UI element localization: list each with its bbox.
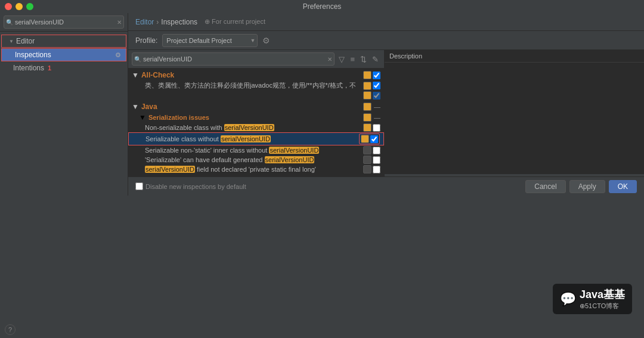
sidebar-item-inspections[interactable]: Inspections ⚙ [1, 48, 126, 61]
field-not-declared-controls [363, 165, 380, 173]
insp-search-icon: 🔍 [134, 56, 141, 63]
allcheck-row1-swatch [363, 82, 371, 90]
nonserialization-text: Non-serializable class with serialVersio… [145, 124, 361, 131]
field-not-declared-text: serialVersionUID field not declared 'pri… [145, 166, 361, 173]
allcheck-row1-checkbox[interactable] [373, 82, 380, 89]
main-container: 🔍 ✕ ▼ Editor Inspections ⚙ [0, 13, 644, 196]
serialization-expand-icon: ▼ [139, 113, 146, 122]
insp-search-wrapper: 🔍 ✕ [132, 52, 335, 66]
field-not-declared-checkbox[interactable] [373, 166, 380, 173]
allcheck-checkbox[interactable] [373, 72, 380, 79]
subgroup-serialization[interactable]: ▼ Serialization issues — [128, 112, 384, 123]
cancel-button[interactable]: Cancel [525, 180, 565, 193]
sidebar-item-inspections-label: Inspections [15, 51, 51, 59]
default-generated-checkbox[interactable] [373, 156, 380, 164]
disable-inspections-text: Disable new inspections by default [145, 183, 246, 190]
profile-gear-icon[interactable]: ⚙ [262, 36, 270, 45]
allcheck-row1-text: 类、类属性、类方法的注释必须使用javadoc规范，使用/**内容*/格式，不 [145, 81, 361, 90]
allcheck-row1-controls [363, 82, 380, 90]
nonserialization-checkbox[interactable] [373, 124, 380, 132]
help-button[interactable]: ? [5, 324, 16, 335]
serializable-without-text: Serializable class without serialVersion… [145, 135, 357, 142]
insp-tree: ▼ All-Check 类、类属性、类方法的注释必须使用javadoc规范，使用… [128, 69, 384, 176]
insp-search-input[interactable] [132, 52, 335, 66]
highlight-serialVersionUID-5: serialVersionUID [145, 166, 195, 173]
sidebar-item-intentions[interactable]: Intentions 1 [0, 62, 128, 74]
disable-inspections-checkbox[interactable] [135, 182, 143, 190]
description-panel: Description [385, 50, 644, 176]
traffic-lights [5, 3, 33, 10]
java-group-label: Java [141, 103, 157, 111]
nonserialization-controls [363, 123, 380, 132]
nonstatic-swatch [363, 146, 371, 154]
window-title: Preferences [303, 2, 342, 11]
insp-search-bar: 🔍 ✕ ▽ ≡ ⇅ ✎ [128, 50, 384, 69]
close-button[interactable] [5, 3, 12, 10]
tree-row-allcheck-1[interactable]: 类、类属性、类方法的注释必须使用javadoc规范，使用/**内容*/格式，不 [128, 80, 384, 91]
insp-search-clear-icon[interactable]: ✕ [327, 56, 332, 63]
insp-expand-icon[interactable]: ≡ [348, 54, 357, 65]
sidebar-item-editor[interactable]: ▼ Editor [1, 35, 126, 48]
apply-button[interactable]: Apply [569, 180, 605, 193]
default-generated-controls [363, 156, 380, 164]
minimize-button[interactable] [16, 3, 23, 10]
sidebar-item-settings-icon[interactable]: ⚙ [115, 51, 121, 59]
breadcrumb-editor[interactable]: Editor [135, 18, 154, 26]
default-generated-swatch [363, 156, 371, 164]
allcheck-controls [363, 71, 380, 79]
breadcrumb-project-link[interactable]: ⊕ For current project [205, 18, 265, 26]
tree-group-allcheck-header[interactable]: ▼ All-Check [128, 70, 384, 80]
profile-select[interactable]: Project Default Project [162, 34, 258, 47]
sidebar-search-clear-icon[interactable]: ✕ [117, 19, 122, 26]
watermark-content: Java基基 ⊕51CTO博客 [580, 287, 625, 311]
sidebar-search-input[interactable] [4, 15, 124, 29]
description-header: Description [385, 50, 644, 63]
serialization-subgroup-label: Serialization issues [148, 114, 209, 121]
sidebar-search-area: 🔍 ✕ [0, 13, 128, 32]
watermark: 💬 Java基基 ⊕51CTO博客 [553, 284, 632, 314]
insp-collapse-icon[interactable]: ⇅ [358, 54, 369, 65]
expand-icon: ▼ [9, 39, 14, 44]
profile-select-wrapper: Project Default Project ▼ [162, 34, 258, 47]
ok-button[interactable]: OK [609, 180, 637, 193]
serialization-swatch [363, 113, 371, 122]
allcheck-row2-swatch [363, 91, 371, 100]
tree-group-java-header[interactable]: ▼ Java — [128, 101, 384, 112]
nonstatic-checkbox[interactable] [373, 147, 380, 154]
tree-row-serializable-without[interactable]: Serializable class without serialVersion… [128, 132, 384, 145]
tree-row-field-not-declared[interactable]: serialVersionUID field not declared 'pri… [128, 165, 384, 174]
right-panel: Editor › Inspections ⊕ For current proje… [128, 13, 644, 196]
breadcrumb-sep: › [156, 18, 159, 26]
java-expand-icon: ▼ [132, 103, 139, 111]
insp-edit-icon[interactable]: ✎ [370, 54, 380, 65]
insp-filter-icon[interactable]: ▽ [337, 54, 346, 65]
serialization-controls: — [363, 113, 380, 122]
tree-row-nonstatic[interactable]: Serializable non-'static' inner class wi… [128, 145, 384, 155]
breadcrumb-bar: Editor › Inspections ⊕ For current proje… [128, 13, 644, 31]
sidebar: 🔍 ✕ ▼ Editor Inspections ⚙ [0, 13, 128, 196]
title-bar: Preferences [0, 0, 644, 13]
serializable-without-checkbox[interactable] [370, 135, 378, 143]
tree-row-nonserialization[interactable]: Non-serializable class with serialVersio… [128, 123, 384, 132]
sidebar-tree: ▼ Editor Inspections ⚙ Intentions 1 [0, 32, 128, 196]
inspections-list: 🔍 ✕ ▽ ≡ ⇅ ✎ [128, 50, 385, 176]
nonstatic-controls [363, 146, 380, 154]
default-generated-text: 'Serializable' can have default generate… [145, 156, 361, 163]
highlight-serialVersionUID-2: serialVersionUID [221, 135, 271, 142]
watermark-text: Java基基 [580, 287, 625, 302]
sidebar-item-editor-label: Editor [16, 37, 35, 45]
insp-toolbar-icons: ▽ ≡ ⇅ ✎ [337, 54, 380, 65]
tree-row-allcheck-2[interactable] [128, 91, 384, 100]
allcheck-row2-checkbox[interactable] [373, 92, 380, 100]
watermark-sub: ⊕51CTO博客 [580, 302, 625, 311]
profile-label: Profile: [135, 36, 157, 45]
serializable-without-controls [359, 134, 380, 144]
maximize-button[interactable] [26, 3, 33, 10]
highlight-serialVersionUID-1: serialVersionUID [224, 124, 274, 131]
allcheck-swatch [363, 71, 371, 79]
tree-row-default-generated[interactable]: 'Serializable' can have default generate… [128, 155, 384, 165]
wechat-icon: 💬 [560, 292, 576, 307]
tree-group-allcheck: ▼ All-Check 类、类属性、类方法的注释必须使用javadoc规范，使用… [128, 70, 384, 100]
bottom-bar: Disable new inspections by default Cance… [128, 176, 644, 196]
annotation-1: 1 [48, 64, 51, 72]
